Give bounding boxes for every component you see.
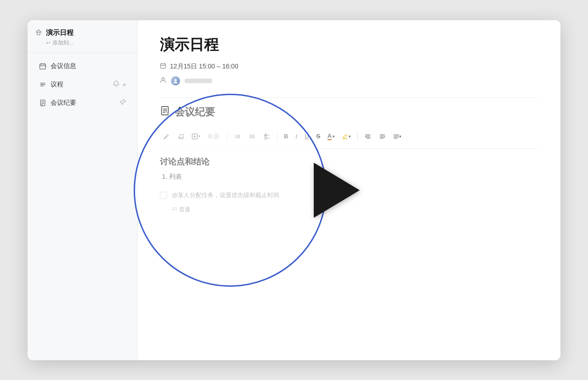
minutes-section: 会议纪要 — [160, 105, 538, 214]
placeholder-text: 标题 — [204, 132, 223, 141]
content-area: 演示日程 12月15日 15:00 – 16:00 — [138, 20, 560, 360]
sidebar-header: 演示日程 ↩ 添加到... — [28, 20, 137, 53]
svg-point-11 — [174, 79, 177, 81]
calendar-icon — [39, 62, 47, 70]
sidebar-item-agenda[interactable]: 议程 + — [31, 76, 134, 93]
priority-badge: 普通 — [172, 206, 538, 214]
sidebar-item-meeting-info[interactable]: 会议信息 — [31, 57, 134, 75]
separator-1 — [227, 132, 227, 141]
erase-button[interactable] — [175, 130, 187, 143]
ordered-list-button[interactable]: 1 2 3 — [231, 130, 244, 143]
bell-icon[interactable] — [113, 80, 119, 88]
minutes-header: 会议纪要 — [160, 105, 538, 119]
svg-text:3: 3 — [235, 136, 236, 139]
insert-button[interactable]: ▾ — [189, 130, 202, 143]
task-item: @某人分配任务，设置优先级和截止时间 — [160, 188, 538, 202]
minutes-actions — [120, 99, 126, 107]
highlight-button[interactable]: ▾ — [339, 130, 354, 143]
add-to-label[interactable]: 添加到... — [52, 39, 74, 47]
svg-rect-0 — [37, 32, 40, 35]
minutes-title-text: 会议纪要 — [175, 105, 215, 119]
ordered-list: 列表 — [160, 173, 538, 181]
sidebar-add-row: ↩ 添加到... — [35, 39, 130, 47]
svg-marker-17 — [179, 134, 183, 137]
date-row: 12月15日 15:00 – 16:00 — [160, 62, 538, 71]
sidebar-item-minutes[interactable]: 会议纪要 — [31, 94, 134, 112]
svg-rect-9 — [160, 64, 165, 68]
date-text: 12月15日 15:00 – 16:00 — [170, 62, 238, 71]
svg-point-31 — [250, 135, 251, 136]
main-content: 演示日程 12月15日 15:00 – 16:00 — [138, 20, 560, 360]
svg-point-16 — [164, 137, 165, 139]
paint-brush-button[interactable] — [160, 130, 173, 143]
app-window: 演示日程 ↩ 添加到... 会议信息 — [28, 20, 560, 360]
meeting-info-label: 会议信息 — [51, 62, 126, 70]
strikethrough-button[interactable]: S — [313, 130, 323, 143]
document-icon — [39, 99, 47, 107]
task-placeholder-text: @某人分配任务，设置优先级和截止时间 — [172, 191, 279, 199]
minutes-label: 会议纪要 — [51, 99, 116, 107]
doc-meta: 12月15日 15:00 – 16:00 — [160, 62, 538, 86]
avatar-group — [170, 75, 212, 86]
minutes-doc-icon — [160, 106, 170, 118]
section-divider — [160, 97, 538, 98]
svg-point-32 — [250, 136, 251, 136]
sidebar: 演示日程 ↩ 添加到... 会议信息 — [28, 20, 138, 360]
unordered-list-button[interactable] — [246, 130, 259, 143]
italic-button[interactable]: I — [293, 130, 300, 143]
svg-rect-1 — [40, 64, 46, 69]
sidebar-title-row: 演示日程 — [35, 28, 130, 37]
home-icon[interactable] — [35, 28, 42, 37]
indent-left-button[interactable] — [362, 130, 374, 143]
svg-rect-35 — [265, 137, 266, 139]
separator-3 — [357, 132, 358, 141]
agenda-actions: + — [113, 80, 126, 88]
underline-button[interactable]: U — [302, 130, 311, 143]
section-heading: 讨论点和结论 — [160, 156, 538, 167]
list-icon — [39, 80, 47, 89]
person-icon — [160, 77, 166, 85]
task-checkbox[interactable] — [160, 192, 167, 199]
svg-point-10 — [162, 78, 164, 80]
doc-title: 演示日程 — [160, 35, 538, 55]
sidebar-nav: 会议信息 议程 — [28, 53, 137, 360]
checklist-button[interactable] — [260, 130, 273, 143]
font-color-button[interactable]: A ▾ — [325, 130, 338, 143]
separator-2 — [277, 132, 277, 141]
priority-label: 普通 — [179, 206, 190, 214]
list-item: 列表 — [169, 173, 538, 181]
svg-point-33 — [250, 137, 251, 138]
avatar-name-placeholder — [185, 79, 212, 83]
add-to-icon: ↩ — [46, 40, 51, 46]
indent-right-button[interactable] — [376, 130, 389, 143]
agenda-label: 议程 — [51, 80, 109, 89]
date-icon — [160, 62, 166, 70]
attendees-row — [160, 75, 538, 86]
pin-icon[interactable] — [120, 99, 126, 107]
align-button[interactable]: ▾ — [391, 130, 404, 143]
plus-icon[interactable]: + — [122, 80, 126, 88]
sidebar-title: 演示日程 — [46, 28, 74, 37]
editor-toolbar: ▾ 标题 1 2 3 — [160, 126, 538, 149]
avatar — [170, 75, 181, 86]
bold-button[interactable]: B — [281, 130, 291, 143]
